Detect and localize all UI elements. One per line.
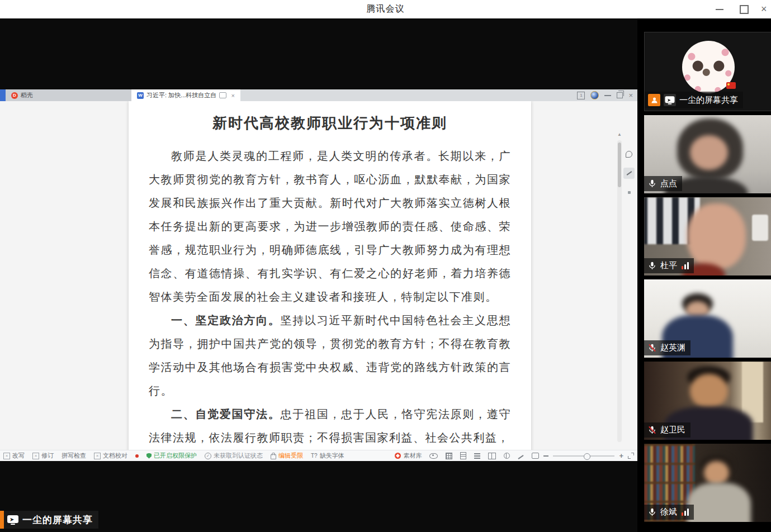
proofread-toggle[interactable]: ×文档校对: [94, 452, 127, 460]
tab-close-icon[interactable]: ×: [231, 92, 235, 99]
checkbox-icon: ×: [3, 453, 10, 459]
quick-tool-pen-icon[interactable]: [623, 168, 635, 179]
ink-view-icon[interactable]: [518, 455, 524, 459]
checkbox-icon: ×: [32, 453, 39, 459]
wps-minimize-icon[interactable]: [604, 95, 611, 96]
app-title: 腾讯会议: [367, 3, 405, 15]
missing-font-icon: T?: [311, 453, 318, 459]
wps-restore-icon[interactable]: [617, 92, 623, 98]
participant-sidebar: ➤ 一尘的屏幕共享 点点: [637, 18, 771, 532]
read-view-icon[interactable]: [488, 453, 496, 459]
mic-on-icon: [647, 507, 657, 517]
meeting-stage: D 稻壳 W 习近平: 加快...科技自立自强 × 1 ×: [0, 18, 771, 532]
paragraph-rule-1: 一、坚定政治方向。坚持以习近平新时代中国特色社会主义思想为指导，拥护中国共产党的…: [149, 308, 511, 402]
account-avatar-icon[interactable]: [590, 91, 599, 99]
video-frame-detail: [752, 215, 769, 241]
participant-name: 一尘的屏幕共享: [679, 95, 738, 106]
tabbar-spacer: [240, 89, 577, 101]
lock-icon: [271, 454, 276, 459]
edit-limited-status[interactable]: 编辑受限: [271, 452, 303, 460]
quick-tool-more-icon[interactable]: [623, 187, 635, 198]
eye-protect-icon[interactable]: [429, 453, 438, 459]
grid-view-icon[interactable]: [446, 453, 452, 459]
participant-name-tag: 赵英渊: [644, 340, 690, 355]
zoom-slider[interactable]: [553, 455, 614, 457]
assets-icon: [395, 453, 401, 459]
shield-icon: [146, 453, 152, 459]
check-circle-icon: ✓: [205, 453, 211, 459]
document-side-tools: [623, 149, 635, 198]
zoom-in-icon[interactable]: +: [619, 453, 623, 459]
zoom-out-icon[interactable]: [543, 455, 548, 457]
minimize-icon: [716, 9, 723, 10]
participant-name: 点点: [660, 178, 677, 189]
participant-tile[interactable]: 赵英渊: [644, 279, 771, 358]
participant-name: 杜平: [660, 260, 677, 271]
flag-badge: [726, 82, 736, 89]
shared-wps-window: D 稻壳 W 习近平: 加快...科技自立自强 × 1 ×: [0, 89, 637, 461]
participant-tile[interactable]: 徐斌: [644, 444, 771, 522]
document-page: 新时代高校教师职业行为十项准则 教师是人类灵魂的工程师，是人类文明的传承者。长期…: [129, 101, 531, 450]
document-canvas: 新时代高校教师职业行为十项准则 教师是人类灵魂的工程师，是人类文明的传承者。长期…: [0, 101, 637, 450]
participant-name-tag: 徐斌: [644, 505, 694, 520]
video-frame-detail: [690, 135, 728, 170]
maximize-button[interactable]: [732, 0, 756, 18]
participant-tile[interactable]: 点点: [644, 115, 771, 193]
assets-library-button[interactable]: 素材库: [395, 452, 422, 460]
tab-docer-label: 稻壳: [21, 91, 33, 99]
tab-document-label: 习近平: 加快...科技自立自强: [146, 91, 216, 99]
zoom-slider-handle[interactable]: [584, 453, 590, 460]
page-layout-icon[interactable]: 1: [577, 92, 585, 99]
wps-status-bar: ×改写 ×修订 拼写检查 ×文档校对 已开启权限保护 ✓未获取到认证状态 编辑受…: [0, 450, 637, 461]
web-view-icon[interactable]: [504, 453, 510, 459]
participant-name-tag: 赵卫民: [644, 422, 690, 438]
speaking-volume-icon: [682, 262, 689, 269]
participant-tile[interactable]: 赵卫民: [644, 362, 771, 440]
tabbar-right-controls: 1 ×: [577, 89, 637, 101]
missing-font-status[interactable]: T?缺失字体: [311, 452, 344, 460]
permission-status[interactable]: 已开启权限保护: [146, 452, 197, 460]
docer-icon: D: [11, 92, 18, 99]
spellcheck-toggle[interactable]: 拼写检查: [62, 452, 86, 460]
presenter-share-text: 一尘的屏幕共享: [22, 514, 93, 526]
close-button[interactable]: ×: [756, 0, 771, 18]
paragraph-intro: 教师是人类灵魂的工程师，是人类文明的传承者。长期以来，广大教师贯彻党的教育方针，…: [149, 144, 511, 308]
paragraph-rule-2: 二、自觉爱国守法。忠于祖国，忠于人民，恪守宪法原则，遵守法律法规，依法履行教师职…: [149, 402, 511, 449]
tab-docer[interactable]: D 稻壳: [6, 89, 131, 101]
scrollbar-thumb[interactable]: [618, 142, 621, 187]
participant-name: 赵卫民: [660, 425, 685, 435]
participant-name: 赵英渊: [660, 343, 685, 353]
document-body: 教师是人类灵魂的工程师，是人类文明的传承者。长期以来，广大教师贯彻党的教育方针，…: [149, 144, 511, 449]
comment-icon[interactable]: [219, 92, 226, 98]
participant-tile-presenter[interactable]: ➤ 一尘的屏幕共享: [644, 32, 771, 111]
minimize-button[interactable]: [707, 0, 732, 18]
auth-status[interactable]: ✓未获取到认证状态: [205, 452, 263, 460]
accent-bar: [0, 511, 4, 529]
wps-window-edge: [0, 89, 6, 101]
quick-tool-brush-icon[interactable]: [623, 149, 635, 160]
wps-close-icon[interactable]: ×: [628, 91, 633, 99]
participant-tile[interactable]: 杜平: [644, 197, 771, 276]
page-view-icon[interactable]: [460, 452, 466, 459]
video-frame-detail: [690, 374, 728, 408]
scroll-up-icon[interactable]: ▲: [617, 132, 622, 137]
mic-on-icon: [647, 261, 657, 270]
participant-name-tag: 杜平: [644, 258, 694, 273]
outline-view-icon[interactable]: [474, 453, 480, 459]
fit-page-icon[interactable]: [532, 453, 539, 459]
wps-tab-bar: D 稻壳 W 习近平: 加快...科技自立自强 × 1 ×: [0, 89, 637, 101]
rewrite-toggle[interactable]: ×改写: [3, 452, 25, 460]
maximize-icon: [740, 5, 749, 14]
video-frame-detail: [704, 461, 729, 484]
sharing-screen-icon: ➤: [664, 94, 676, 106]
video-frame-detail: [687, 483, 751, 522]
participant-name-tag: ➤ 一尘的屏幕共享: [645, 92, 743, 108]
video-frame-detail: [687, 203, 745, 269]
tab-document[interactable]: W 习近平: 加快...科技自立自强 ×: [131, 89, 240, 101]
fullscreen-icon[interactable]: [628, 453, 634, 459]
revise-toggle[interactable]: ×修订: [32, 452, 54, 460]
mic-on-icon: [647, 179, 657, 188]
document-scrollbar[interactable]: ▲: [617, 140, 622, 442]
checkbox-icon: ×: [94, 453, 101, 459]
presenter-person-icon: [648, 94, 660, 106]
